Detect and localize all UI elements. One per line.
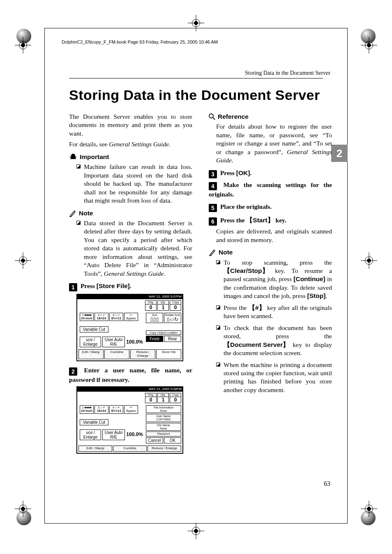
header-rule bbox=[69, 78, 323, 78]
file-info-label: File Information bbox=[147, 406, 180, 409]
text: . bbox=[325, 292, 327, 299]
soft-key: [Store File] bbox=[97, 282, 130, 289]
note-item: Data stored in the Document Server is de… bbox=[69, 219, 192, 278]
step-6: 6 Press the Start key. bbox=[209, 216, 332, 226]
text: ↵ bbox=[125, 314, 137, 317]
text: Press the bbox=[220, 217, 246, 224]
note-item: When the machine is printing a document … bbox=[216, 361, 332, 395]
reduce-enlarge-button[interactable]: uce / Enlarge bbox=[80, 429, 101, 440]
user-auto-re-button[interactable]: User Auto R/E bbox=[102, 337, 125, 347]
note-text: Press the # key after all the originals … bbox=[224, 304, 332, 321]
cancel-button[interactable]: Cancel bbox=[146, 437, 163, 443]
copy-label: Copy bbox=[170, 301, 181, 305]
intro-details: For details, see General Settings Guide. bbox=[69, 140, 192, 148]
combine-button[interactable]: Combine bbox=[104, 349, 129, 359]
variable-cut-button[interactable]: Variable Cut bbox=[80, 419, 108, 425]
variable-cut-button[interactable]: Variable Cut bbox=[80, 326, 108, 332]
ref-title: General Settings Guide bbox=[104, 270, 164, 277]
start-key: Start bbox=[246, 216, 274, 224]
step-number-4: 4 bbox=[209, 182, 217, 190]
page-number: 63 bbox=[324, 480, 330, 487]
text: . bbox=[232, 157, 233, 164]
bullet-icon bbox=[216, 305, 220, 309]
file-name-label: File Name bbox=[147, 424, 180, 427]
important-item: Machine failure can result in data loss.… bbox=[69, 163, 192, 205]
qty-value: 1 bbox=[158, 305, 168, 310]
svg-line-3 bbox=[213, 118, 215, 120]
reduce-enlarge-tab[interactable]: Reduce / Enlarge bbox=[148, 446, 181, 452]
note-icon bbox=[69, 210, 76, 217]
text: Press bbox=[81, 282, 97, 289]
copy-value: 0 bbox=[170, 397, 181, 403]
important-text: Machine failure can result in data loss.… bbox=[84, 163, 192, 205]
step-2-text: Enter a user name, file name, or passwor… bbox=[69, 367, 192, 383]
text: . bbox=[164, 270, 165, 277]
step-2: 2 Enter a user name, file name, or passw… bbox=[69, 366, 192, 384]
user-auto-re-button[interactable]: User Auto R/E bbox=[102, 429, 125, 440]
reduce-enlarge-button[interactable]: uce / Enlarge bbox=[80, 337, 101, 347]
step-5-text: Place the originals. bbox=[220, 203, 272, 210]
svg-rect-1 bbox=[75, 157, 76, 157]
step-4: 4 Make the scanning settings for the ori… bbox=[209, 181, 332, 199]
registration-mark bbox=[17, 39, 29, 51]
orig-value: 0 bbox=[145, 397, 156, 403]
lcd-screenshot-2: MAY 21, 2005 5:08PM Orig.0 Qty.1 Copy0 2… bbox=[76, 386, 183, 453]
ratio-value: 100.0% bbox=[126, 339, 143, 345]
note-text: When the machine is printing a document … bbox=[224, 361, 332, 395]
reduce-enlarge-tab[interactable]: Reduce / Enlarge bbox=[130, 349, 155, 359]
store-file-button[interactable]: Store File bbox=[156, 349, 181, 359]
text: Data stored in the Document Server is de… bbox=[84, 219, 192, 277]
note-icon bbox=[209, 249, 216, 256]
svg-point-2 bbox=[209, 114, 213, 118]
rear-button[interactable]: Rear bbox=[164, 336, 181, 342]
step-number-1: 1 bbox=[69, 283, 77, 291]
qty-label: Qty. bbox=[158, 393, 168, 397]
reference-icon bbox=[209, 113, 215, 120]
edit-stamp-button[interactable]: Edit / Stamp bbox=[78, 349, 104, 359]
left-column: The Document Server enables you to store… bbox=[69, 113, 192, 459]
registration-mark bbox=[190, 17, 202, 29]
note-label: Note bbox=[79, 209, 93, 217]
ref-title: General Settings Guide bbox=[109, 141, 169, 148]
step-number-5: 5 bbox=[209, 204, 217, 212]
bullet-icon bbox=[216, 362, 220, 367]
text: To check that the document has been stor… bbox=[224, 324, 332, 339]
registration-mark bbox=[17, 255, 29, 266]
bullet-icon bbox=[216, 260, 220, 264]
chapter-tab: 2 bbox=[331, 145, 348, 162]
orig-label: Orig. bbox=[145, 393, 156, 397]
text: . bbox=[169, 141, 171, 148]
ok-button[interactable]: OK bbox=[164, 437, 181, 443]
front-button[interactable]: Front bbox=[146, 336, 163, 342]
step-number-6: 6 bbox=[209, 217, 217, 226]
soft-key: [Continue] bbox=[293, 275, 325, 282]
step-6-body: Copies are delivered, and originals scan… bbox=[209, 227, 332, 244]
bullet-icon bbox=[76, 221, 81, 225]
combine-button[interactable]: Combine bbox=[113, 446, 147, 452]
password-label: Password bbox=[146, 432, 181, 436]
bullet-icon bbox=[76, 164, 81, 169]
note-label: Note bbox=[219, 248, 233, 256]
reference-heading: Reference bbox=[209, 113, 332, 121]
user-name-label: User Name bbox=[147, 415, 180, 418]
hash-key: # bbox=[249, 304, 265, 312]
intro-paragraph: The Document Server enables you to store… bbox=[69, 113, 192, 138]
bullet-icon bbox=[216, 325, 220, 330]
running-head: Storing Data in the Document Server bbox=[245, 70, 330, 76]
lcd-screenshot-1: MAY 21, 2005 5:07PM Orig.0 Qty.1 Copy0 2… bbox=[76, 294, 183, 361]
edit-stamp-button[interactable]: Edit / Stamp bbox=[78, 446, 112, 452]
text: . bbox=[130, 282, 131, 289]
registration-mark bbox=[190, 525, 202, 537]
soft-key: [Stop] bbox=[307, 292, 326, 299]
step-number-2: 2 bbox=[69, 367, 77, 376]
file-name-value: None bbox=[147, 427, 180, 430]
registration-mark bbox=[17, 503, 29, 515]
text: ↵ bbox=[125, 406, 137, 409]
note-text: Data stored in the Document Server is de… bbox=[84, 219, 192, 278]
file-info-value: None bbox=[147, 409, 180, 413]
registration-mark bbox=[363, 503, 375, 515]
text: 18×24 bbox=[95, 409, 108, 413]
text: 24 inch bbox=[81, 317, 93, 321]
text: Press the bbox=[224, 304, 249, 311]
qty-label: Qty. bbox=[158, 301, 168, 305]
